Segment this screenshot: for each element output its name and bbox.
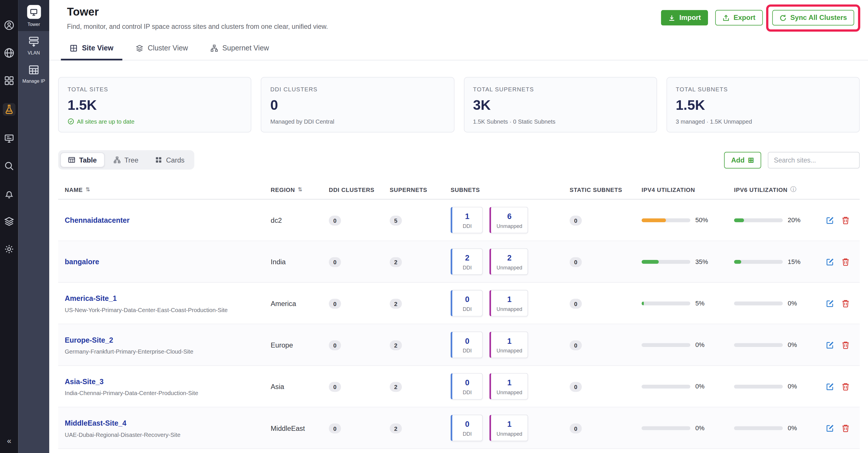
collapse-sidebar-icon[interactable]: «	[7, 436, 11, 444]
globe-icon[interactable]	[4, 48, 14, 58]
subnet-unmapped-count: 1	[496, 420, 522, 428]
tree-icon	[114, 156, 121, 163]
static-subnets-badge: 0	[569, 381, 582, 392]
tab-supernet-view[interactable]: Supernet View	[201, 38, 278, 60]
supernets-cell: 2	[383, 339, 444, 350]
app-item-manage-ip[interactable]: Manage IP	[18, 59, 49, 88]
sort-icon[interactable]: ⇅	[86, 186, 90, 192]
sort-icon[interactable]: ⇅	[298, 186, 303, 192]
edit-icon[interactable]	[826, 424, 834, 432]
subnet-unmapped-box[interactable]: 1 Unmapped	[489, 415, 528, 441]
layers-icon[interactable]	[4, 216, 14, 227]
delete-icon[interactable]	[841, 299, 850, 308]
site-name-link[interactable]: Europe-Site_2	[65, 336, 113, 344]
app-item-vlan[interactable]: VLAN	[18, 31, 49, 59]
static-subnets-badge: 0	[569, 215, 582, 225]
site-name-link[interactable]: bangalore	[65, 258, 99, 266]
column-header-ddi-clusters: DDI CLUSTERS	[322, 185, 383, 193]
sync-all-clusters-button[interactable]: Sync All Clusters	[772, 10, 854, 26]
subnet-unmapped-box[interactable]: 2 Unmapped	[489, 248, 528, 275]
app-label: Tower	[28, 22, 40, 27]
notifications-icon[interactable]	[4, 189, 14, 199]
delete-icon[interactable]	[841, 340, 850, 349]
edit-icon[interactable]	[826, 216, 834, 225]
tab-cluster-view[interactable]: Cluster View	[127, 38, 197, 60]
view-cards-button[interactable]: Cards	[147, 152, 192, 167]
stat-label: TOTAL SUPERNETS	[473, 86, 648, 92]
app-item-tower[interactable]: Tower	[18, 0, 49, 31]
subnet-unmapped-box[interactable]: 1 Unmapped	[489, 290, 528, 316]
info-icon[interactable]: ⓘ	[790, 185, 797, 193]
edit-icon[interactable]	[826, 340, 834, 349]
ipv4-progress-bar	[642, 301, 690, 305]
delete-icon[interactable]	[841, 257, 850, 266]
subnet-ddi-box[interactable]: 2 DDI	[451, 248, 483, 275]
settings-gear-icon[interactable]	[4, 244, 14, 254]
ddi-clusters-badge: 0	[329, 299, 341, 309]
page-subtitle: Find, monitor, and control IP space acro…	[67, 23, 328, 31]
subnet-ddi-box[interactable]: 0 DDI	[451, 415, 483, 441]
ipv6-percent: 15%	[788, 258, 800, 265]
ipv4-utilization-cell: 35%	[635, 258, 727, 265]
subnet-unmapped-box[interactable]: 1 Unmapped	[489, 373, 528, 399]
delete-icon[interactable]	[841, 216, 850, 225]
stat-card-total-sites: TOTAL SITES 1.5K All sites are up to dat…	[58, 77, 251, 132]
subnet-unmapped-count: 2	[496, 253, 522, 262]
edit-icon[interactable]	[826, 257, 834, 266]
ipam-icon[interactable]	[3, 103, 16, 116]
column-header-actions	[816, 185, 860, 193]
region-value: Asia	[271, 383, 284, 391]
supernets-cell: 2	[383, 298, 444, 309]
delete-icon[interactable]	[841, 424, 850, 432]
site-name-link[interactable]: Chennaidatacenter	[65, 216, 129, 225]
export-button[interactable]: Export	[715, 10, 763, 26]
view-label: Tree	[124, 156, 138, 164]
subnet-ddi-box[interactable]: 0 DDI	[451, 290, 483, 316]
view-table-button[interactable]: Table	[60, 152, 104, 167]
actions-cell	[816, 299, 860, 308]
table-row: Asia-Site_3 India-Chennai-Primary-Data-C…	[58, 366, 860, 407]
servers-icon[interactable]	[4, 133, 14, 144]
ipv4-utilization-cell: 0%	[635, 383, 727, 390]
tab-site-view[interactable]: Site View	[61, 38, 122, 60]
region-value: Europe	[271, 341, 293, 349]
subnet-ddi-box[interactable]: 0 DDI	[451, 373, 483, 399]
name-cell: bangalore	[58, 257, 264, 267]
ipv4-percent: 50%	[695, 217, 708, 223]
cards-icon	[155, 156, 162, 163]
ipv6-percent: 20%	[788, 217, 800, 223]
stat-value: 1.5K	[676, 97, 850, 113]
ipv4-utilization-cell: 5%	[635, 300, 727, 307]
ipv6-progress-bar	[734, 343, 783, 347]
app-label: Manage IP	[23, 78, 45, 84]
audit-search-icon[interactable]	[4, 161, 14, 171]
ddi-clusters-badge: 0	[329, 340, 341, 350]
view-label: Table	[79, 156, 97, 164]
site-name-link[interactable]: Asia-Site_3	[65, 377, 103, 386]
ipv4-percent: 0%	[695, 424, 705, 431]
ipv4-percent: 35%	[695, 258, 708, 265]
region-cell: dc2	[264, 215, 322, 225]
column-header-name[interactable]: NAME ⇅	[58, 185, 264, 193]
header-actions: Import Export Sync All Clusters	[661, 5, 860, 31]
view-tree-button[interactable]: Tree	[105, 152, 146, 167]
subnet-unmapped-box[interactable]: 1 Unmapped	[489, 331, 528, 358]
ddi-clusters-cell: 0	[322, 381, 383, 392]
user-icon[interactable]	[4, 20, 14, 31]
column-header-region[interactable]: REGION ⇅	[264, 185, 322, 193]
subnets-cell: 1 DDI 6 Unmapped	[444, 207, 563, 233]
edit-icon[interactable]	[826, 382, 834, 391]
edit-icon[interactable]	[826, 299, 834, 308]
site-name-link[interactable]: America-Site_1	[65, 294, 117, 303]
site-name-link[interactable]: MiddleEast-Site_4	[65, 419, 126, 427]
apps-icon[interactable]	[4, 76, 14, 86]
search-input[interactable]	[768, 151, 860, 168]
site-view-icon	[70, 44, 78, 52]
import-button[interactable]: Import	[661, 10, 708, 26]
add-button[interactable]: Add ⊞	[724, 151, 761, 168]
subnet-ddi-box[interactable]: 0 DDI	[451, 331, 483, 358]
subnet-unmapped-box[interactable]: 6 Unmapped	[489, 207, 528, 233]
region-cell: America	[264, 298, 322, 308]
delete-icon[interactable]	[841, 382, 850, 391]
subnet-ddi-box[interactable]: 1 DDI	[451, 207, 483, 233]
